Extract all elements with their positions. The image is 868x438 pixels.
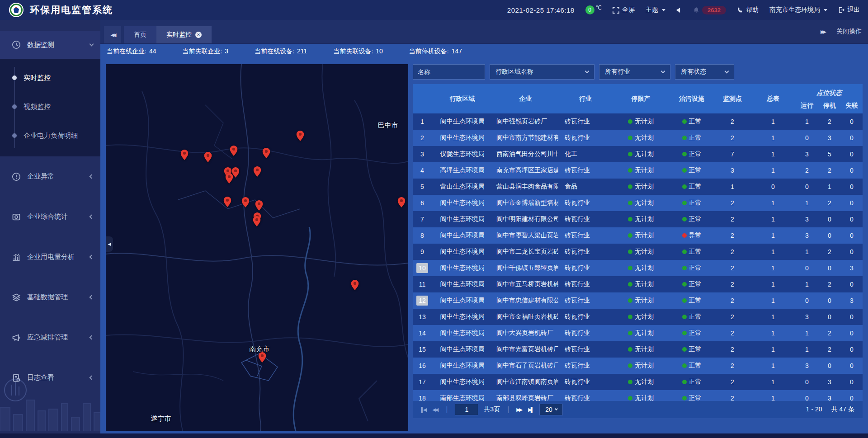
cell-meters: 0 bbox=[750, 183, 796, 190]
industry-select[interactable]: 所有行业 bbox=[599, 64, 670, 80]
tab-close-icon[interactable]: ✕ bbox=[195, 32, 202, 38]
cell-region: 高坪生态环境局 bbox=[432, 166, 493, 174]
last-page-button[interactable]: ▶▌ bbox=[528, 407, 534, 413]
fullscreen-icon bbox=[613, 7, 619, 14]
sidebar-section-企业异常[interactable]: 企业异常 bbox=[0, 156, 100, 197]
map-marker-pin[interactable] bbox=[204, 152, 212, 164]
map-marker-pin[interactable] bbox=[398, 197, 406, 209]
map-marker-pin[interactable] bbox=[230, 146, 237, 158]
map-marker-pin[interactable] bbox=[242, 197, 250, 209]
cell-region: 营山生态环境局 bbox=[432, 183, 493, 191]
app-title: 环保用电监管系统 bbox=[30, 4, 113, 16]
table-row[interactable]: 5 营山生态环境局 营山县润丰肉食品有限 食品 无计划 正常 1 0 0 1 0 bbox=[413, 179, 863, 195]
table-row[interactable]: 15 阆中生态环境局 阆中市光富页岩机砖厂 砖瓦行业 无计划 正常 2 1 1 … bbox=[413, 341, 863, 358]
cell-meters: 1 bbox=[750, 199, 796, 207]
table-row[interactable]: 6 阆中生态环境局 阆中市金博瑞新型墙材 砖瓦行业 无计划 正常 2 1 1 2… bbox=[413, 195, 863, 211]
first-page-button[interactable]: ▌◀ bbox=[421, 407, 427, 413]
map-panel[interactable]: ◀ 巴中市南充市遂宁市 bbox=[106, 64, 408, 431]
fullscreen-button[interactable]: 全屏 bbox=[613, 6, 635, 14]
cell-company: 阆中市金博瑞新型墙材 bbox=[493, 199, 558, 207]
cell-facility-status: 正常 bbox=[669, 118, 714, 126]
col-running[interactable]: 运行 bbox=[796, 98, 818, 113]
map-marker-pin[interactable] bbox=[253, 216, 260, 228]
sidebar-item-企业电力负荷明细[interactable]: 企业电力负荷明细 bbox=[0, 121, 100, 150]
table-row[interactable]: 11 阆中生态环境局 阆中市五马桥页岩机砖 砖瓦行业 无计划 正常 2 1 1 … bbox=[413, 276, 863, 292]
cell-running: 0 bbox=[796, 264, 818, 272]
help-button[interactable]: 帮助 bbox=[737, 6, 759, 14]
map-marker-pin[interactable] bbox=[297, 131, 304, 143]
cell-points: 2 bbox=[714, 264, 750, 272]
table-row[interactable]: 17 阆中生态环境局 阆中市江南镇阆南页岩 砖瓦行业 无计划 正常 2 1 0 … bbox=[413, 374, 863, 390]
cell-region: 阆中生态环境局 bbox=[432, 345, 493, 353]
cell-facility-status: 正常 bbox=[669, 183, 714, 191]
status-dot bbox=[628, 331, 632, 335]
col-lost[interactable]: 失联 bbox=[841, 98, 863, 113]
cell-points: 2 bbox=[714, 346, 750, 353]
sidebar-submenu: 实时监控视频监控企业电力负荷明细 bbox=[0, 59, 100, 156]
map-marker-pin[interactable] bbox=[255, 200, 263, 212]
cell-stopped: 0 bbox=[818, 232, 841, 239]
col-limit[interactable]: 停限产 bbox=[613, 84, 669, 113]
sound-button[interactable] bbox=[676, 7, 682, 13]
logout-button[interactable]: 退出 bbox=[838, 6, 860, 14]
map-marker-pin[interactable] bbox=[263, 148, 270, 160]
sidebar-item-实时监控[interactable]: 实时监控 bbox=[0, 63, 100, 92]
table-row[interactable]: 9 阆中生态环境局 阆中市二龙长宝页岩砖 砖瓦行业 无计划 正常 2 1 1 2… bbox=[413, 244, 863, 260]
cell-points: 2 bbox=[714, 378, 750, 386]
col-facility[interactable]: 治污设施 bbox=[669, 84, 714, 113]
sidebar-section-基础数据管理[interactable]: 基础数据管理 bbox=[0, 277, 100, 317]
status-select[interactable]: 所有状态 bbox=[675, 64, 734, 80]
table-row[interactable]: 12 阆中生态环境局 阆中市忠信建材有限公 砖瓦行业 无计划 正常 2 1 0 … bbox=[413, 292, 863, 309]
col-stopped[interactable]: 停机 bbox=[818, 98, 841, 113]
sidebar-section-应急减排管理[interactable]: 应急减排管理 bbox=[0, 317, 100, 358]
table-row[interactable]: 18 南部生态环境局 南部县双峰页岩砖厂 砖瓦行业 无计划 正常 2 1 0 3… bbox=[413, 390, 863, 401]
sidebar-section-数据监测[interactable]: 数据监测 bbox=[0, 31, 100, 59]
table-row[interactable]: 8 阆中生态环境局 阆中市枣碧大梁山页岩 砖瓦行业 无计划 异常 2 1 3 0… bbox=[413, 227, 863, 244]
tab-inactive[interactable]: 首页 bbox=[124, 26, 156, 43]
table-row[interactable]: 3 仪陇生态环境局 西南油气田分公司川中 化工 无计划 正常 7 1 3 5 0 bbox=[413, 146, 863, 162]
col-points[interactable]: 监测点 bbox=[714, 84, 750, 113]
table-row[interactable]: 2 阆中生态环境局 阆中市南方节能建材有 砖瓦行业 无计划 正常 2 1 0 3… bbox=[413, 130, 863, 146]
col-company[interactable]: 企业 bbox=[493, 84, 558, 113]
table-row[interactable]: 14 阆中生态环境局 阆中大兴页岩机砖厂 砖瓦行业 无计划 正常 2 1 1 2… bbox=[413, 325, 863, 341]
table-row[interactable]: 1 阆中生态环境局 阆中强锐页岩砖厂 砖瓦行业 无计划 正常 2 1 1 2 0 bbox=[413, 113, 863, 130]
prev-page-button[interactable]: ◀◀ bbox=[432, 407, 439, 413]
page-size-select[interactable]: 20 bbox=[539, 404, 563, 415]
sidebar-section-企业综合统计[interactable]: 企业综合统计 bbox=[0, 197, 100, 237]
cell-facility-status: 正常 bbox=[669, 264, 714, 272]
next-page-button[interactable]: ▶▶ bbox=[516, 407, 523, 413]
cell-company: 阆中市石子页岩机砖厂 bbox=[493, 362, 558, 370]
cell-running: 0 bbox=[796, 183, 818, 190]
tabs-scroll-right-button[interactable]: ▶▶ bbox=[821, 29, 825, 35]
status-dot bbox=[628, 217, 632, 221]
double-chevron-left-icon: ◀◀ bbox=[111, 32, 115, 38]
theme-dropdown[interactable]: 主题 bbox=[646, 6, 665, 14]
sidebar-item-视频监控[interactable]: 视频监控 bbox=[0, 92, 100, 121]
close-operations-dropdown[interactable]: 关闭操作 bbox=[836, 28, 862, 36]
region-select[interactable]: 行政区域名称 bbox=[490, 64, 594, 80]
map-marker-pin[interactable] bbox=[254, 166, 261, 179]
table-row[interactable]: 7 阆中生态环境局 阆中明阳建材有限公司 砖瓦行业 无计划 正常 2 1 3 0… bbox=[413, 211, 863, 227]
map-marker-pin[interactable] bbox=[258, 352, 266, 364]
page-number-input[interactable] bbox=[455, 404, 478, 415]
tabs-scroll-left-button[interactable]: ◀◀ bbox=[104, 26, 121, 43]
notifications[interactable]: 2632 bbox=[693, 6, 726, 14]
table-row[interactable]: 10 阆中生态环境局 阆中千佛镇五郎垭页岩 砖瓦行业 无计划 正常 2 1 0 … bbox=[413, 260, 863, 276]
name-search-input[interactable] bbox=[413, 64, 485, 80]
sidebar-section-企业用电量分析[interactable]: 企业用电量分析 bbox=[0, 237, 100, 277]
map-marker-pin[interactable] bbox=[180, 150, 188, 162]
col-region[interactable]: 行政区域 bbox=[432, 84, 493, 113]
table-row[interactable]: 4 高坪生态环境局 南充市高坪区王家店建 砖瓦行业 无计划 正常 3 1 2 2… bbox=[413, 162, 863, 179]
map-collapse-handle[interactable]: ◀ bbox=[106, 236, 113, 252]
table-row[interactable]: 13 阆中生态环境局 阆中市金福旺页岩机砖 砖瓦行业 无计划 正常 2 1 3 … bbox=[413, 309, 863, 325]
col-meters[interactable]: 总表 bbox=[750, 84, 796, 113]
tab-active[interactable]: 实时监控 ✕ bbox=[156, 26, 212, 43]
col-industry[interactable]: 行业 bbox=[558, 84, 613, 113]
map-marker-pin[interactable] bbox=[225, 173, 233, 185]
table-row[interactable]: 16 阆中生态环境局 阆中市石子页岩机砖厂 砖瓦行业 无计划 正常 2 1 3 … bbox=[413, 358, 863, 374]
user-dropdown[interactable]: 南充市生态环境局 bbox=[769, 6, 827, 14]
map-marker-pin[interactable] bbox=[223, 197, 231, 209]
chevron-left-icon bbox=[90, 215, 94, 219]
cell-limit-status: 无计划 bbox=[613, 345, 669, 353]
map-marker-pin[interactable] bbox=[351, 280, 359, 292]
